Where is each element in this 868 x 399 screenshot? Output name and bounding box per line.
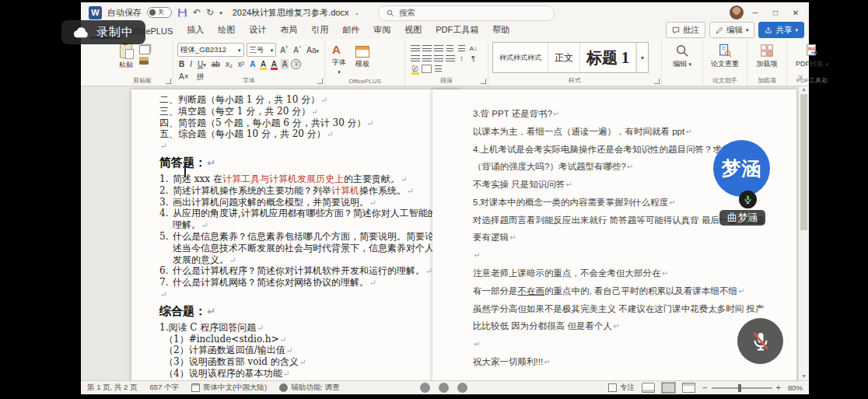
styles-dialog-launcher[interactable]: [654, 79, 660, 84]
maximize-button[interactable]: □: [767, 5, 784, 20]
style-item[interactable]: 样式样式样式: [493, 43, 548, 72]
font-dialog-launcher[interactable]: [317, 79, 323, 84]
editing-mode-button[interactable]: 编辑▾: [709, 22, 755, 38]
borders-button[interactable]: [422, 65, 432, 73]
pdf-convert-button[interactable]: PDF PDF转换 ▾: [791, 42, 833, 71]
accessibility-status[interactable]: 辅助功能: 调查: [279, 383, 339, 393]
zoom-slider[interactable]: − +: [702, 383, 781, 392]
editing-button[interactable]: 编辑 ▾: [666, 42, 698, 71]
align-left-button[interactable]: [411, 55, 420, 62]
char-shading-button[interactable]: A: [281, 59, 289, 69]
increase-indent-button[interactable]: [458, 45, 465, 52]
zoom-level[interactable]: 80%: [788, 383, 803, 392]
title-chevron-icon[interactable]: ⌄: [354, 9, 359, 16]
paste-button[interactable]: 粘贴: [116, 42, 136, 75]
tab-4[interactable]: 设计: [242, 23, 273, 39]
focus-mode-button[interactable]: 专注: [608, 383, 635, 393]
autosave-toggle[interactable]: 关: [147, 7, 172, 18]
strikethrough-button[interactable]: ab: [210, 59, 222, 69]
enclose-characters-button[interactable]: 字: [291, 59, 301, 69]
minimize-button[interactable]: ─: [747, 5, 764, 20]
bullets-button[interactable]: [411, 45, 420, 52]
zoom-out-button[interactable]: −: [702, 383, 707, 392]
doc-line: 三、填空题（每空 1 分，共 20 分）↵: [159, 106, 441, 117]
participant-avatar[interactable]: 梦涵: [713, 140, 770, 197]
web-layout-button[interactable]: [682, 383, 695, 393]
share-button[interactable]: 共享▾: [758, 22, 804, 38]
page-1[interactable]: 二、判断题（每小题 1 分，共 10 分）↵三、填空题（每空 1 分，共 20 …: [131, 89, 460, 380]
distribute-button[interactable]: [435, 65, 442, 72]
page-indicator[interactable]: 第 1 页, 共 2 页: [87, 383, 137, 393]
sort-button[interactable]: A↓: [468, 44, 478, 54]
tab-6[interactable]: 引用: [304, 23, 335, 39]
account-avatar[interactable]: [730, 5, 744, 19]
zoom-in-button[interactable]: +: [776, 383, 781, 392]
shading-button[interactable]: 〄: [411, 65, 420, 73]
redo-button[interactable]: ↻: [206, 8, 214, 17]
officeplus-font-button[interactable]: A 字体▾: [329, 42, 349, 75]
grow-font-button[interactable]: Aˆ: [278, 45, 289, 55]
zoom-slider-thumb[interactable]: [738, 384, 741, 392]
align-right-button[interactable]: [434, 55, 443, 62]
font-name-combo[interactable]: 楷体_GB2312▾: [177, 43, 244, 57]
font-size-combo[interactable]: 三号▾: [247, 43, 277, 57]
doc-line: 2.简述计算机操作系统的主要功能？列举计算机操作系统。↵: [159, 185, 441, 197]
tab-10[interactable]: PDF工具箱: [429, 23, 485, 39]
tab-8[interactable]: 审阅: [366, 23, 397, 39]
align-center-button[interactable]: [422, 55, 432, 62]
copy-button[interactable]: [139, 45, 150, 54]
word-count[interactable]: 657 个字: [149, 383, 179, 393]
underline-button[interactable]: U▾: [196, 59, 208, 69]
subscript-button[interactable]: x₂: [224, 59, 234, 69]
paper-check-button[interactable]: 论文查重: [707, 42, 743, 71]
tab-2[interactable]: 插入: [180, 23, 211, 39]
clipboard-dialog-launcher[interactable]: [166, 79, 171, 84]
doc-line: 以课本为主，看细一点（通读一遍），有时间就看 ppt↵: [473, 123, 770, 141]
paragraph-dialog-launcher[interactable]: [481, 79, 486, 84]
save-icon[interactable]: [177, 8, 187, 18]
font-color-button[interactable]: A: [270, 60, 278, 68]
tab-5[interactable]: 布局: [273, 23, 304, 39]
justify-button[interactable]: [446, 55, 455, 62]
multilevel-list-button[interactable]: [434, 45, 443, 52]
addins-button[interactable]: 加载项: [751, 42, 782, 71]
document-area[interactable]: 二、判断题（每小题 1 分，共 10 分）↵三、填空题（每空 1 分，共 20 …: [81, 86, 809, 380]
collapse-ribbon-button[interactable]: ˅: [799, 73, 803, 81]
numbering-button[interactable]: [422, 45, 432, 52]
style-item-heading1[interactable]: 标题 1: [580, 43, 636, 72]
tab-3[interactable]: 绘图: [211, 23, 242, 39]
scroll-down-icon[interactable]: ▼: [801, 373, 807, 379]
tab-11[interactable]: 帮助: [485, 23, 516, 39]
editing-group: 编辑 ▾: [662, 40, 703, 86]
scroll-up-icon[interactable]: ▲: [801, 86, 807, 92]
highlight-color-button[interactable]: A: [259, 60, 268, 68]
italic-button[interactable]: I: [188, 59, 194, 69]
format-painter-button[interactable]: [139, 57, 149, 65]
decrease-indent-button[interactable]: [446, 45, 453, 52]
close-button[interactable]: ✕: [787, 5, 804, 20]
search-box[interactable]: 搜索: [378, 5, 555, 21]
comments-button[interactable]: 批注: [666, 22, 705, 38]
mute-microphone-button[interactable]: [737, 318, 783, 364]
change-case-button[interactable]: Aa▾: [305, 45, 320, 55]
style-gallery-more-button[interactable]: ▾: [636, 43, 648, 72]
line-spacing-button[interactable]: ↕: [458, 54, 465, 64]
tab-9[interactable]: 视图: [397, 23, 429, 39]
text-effects-button[interactable]: A: [248, 59, 257, 69]
doc-line: 五、综合题（每小题 10 分，共 20 分）↵: [159, 128, 441, 140]
print-layout-button[interactable]: [662, 383, 675, 393]
language-indicator[interactable]: 简体中文(中国大陆): [191, 383, 267, 393]
undo-button[interactable]: ↶: [193, 8, 201, 17]
vertical-scrollbar[interactable]: ▲ ▼: [798, 86, 809, 380]
bold-button[interactable]: B: [177, 59, 186, 69]
superscript-button[interactable]: x²: [236, 59, 246, 69]
read-mode-button[interactable]: [642, 383, 655, 393]
shrink-font-button[interactable]: Aˇ: [292, 45, 303, 55]
officeplus-template-button[interactable]: 模板: [352, 42, 373, 75]
scrollbar-thumb[interactable]: [800, 94, 807, 230]
tab-7[interactable]: 邮件: [335, 23, 366, 39]
paragraph-mark-button[interactable]: ¶: [470, 54, 477, 64]
qat-overflow-icon[interactable]: ▾: [219, 10, 222, 16]
style-item-normal[interactable]: 正文: [548, 43, 580, 72]
title-bar: W 自动保存 关 ↶ ↻ ▾ 2024秋计算思维复习参考.docx ⌄ 搜索 ─…: [81, 2, 809, 23]
